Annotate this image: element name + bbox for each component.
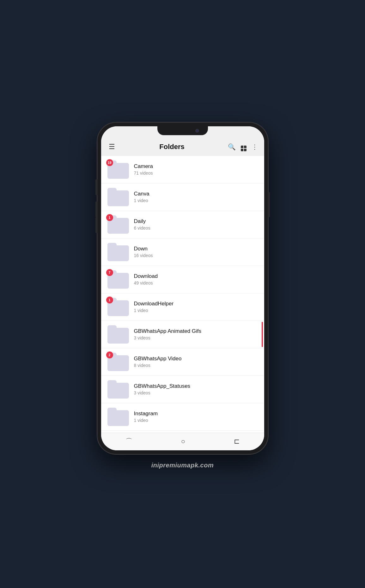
folder-icon-wrap: 19 bbox=[107, 160, 129, 179]
folder-name: Instagram bbox=[134, 411, 258, 417]
folder-list: 19Camera71 videosCanva1 video1Daily6 vid… bbox=[101, 156, 264, 433]
search-icon[interactable]: 🔍 bbox=[228, 143, 236, 151]
folder-shape-icon bbox=[107, 243, 129, 261]
folder-icon-wrap: 7 bbox=[107, 270, 129, 289]
folder-badge: 1 bbox=[106, 297, 113, 303]
folder-name: Camera bbox=[134, 163, 258, 170]
folder-count: 1 video bbox=[134, 308, 258, 313]
folder-badge: 1 bbox=[106, 214, 113, 221]
folder-name: DownloadHelper bbox=[134, 301, 258, 307]
folder-icon-wrap bbox=[107, 188, 129, 206]
folder-count: 71 videos bbox=[134, 171, 258, 176]
folder-icon-wrap bbox=[107, 380, 129, 399]
folder-name: Down bbox=[134, 246, 258, 252]
phone-screen: ☰ Folders 🔍 ⋮ 19Camera71 videosCanva1 vi… bbox=[101, 126, 264, 450]
folder-info: Daily6 videos bbox=[134, 218, 258, 231]
folder-shape-icon bbox=[107, 380, 129, 399]
list-item[interactable]: 1Daily6 videos bbox=[101, 211, 264, 238]
grid-view-icon[interactable] bbox=[241, 142, 246, 151]
folder-icon-wrap: 2 bbox=[107, 353, 129, 371]
folder-info: DownloadHelper1 video bbox=[134, 301, 258, 313]
folder-info: Canva1 video bbox=[134, 191, 258, 203]
folder-count: 3 videos bbox=[134, 335, 258, 340]
folder-info: Camera71 videos bbox=[134, 163, 258, 176]
folder-shape-icon bbox=[107, 188, 129, 206]
recents-button[interactable]: ⊏ bbox=[228, 435, 246, 448]
folder-name: Daily bbox=[134, 218, 258, 225]
folder-info: GBWhatsApp Animated Gifs3 videos bbox=[134, 328, 258, 340]
list-item[interactable]: GBWhatsApp Animated Gifs3 videos bbox=[101, 321, 264, 348]
folder-name: Download bbox=[134, 273, 258, 279]
bottom-navigation: ⌒ ○ ⊏ bbox=[101, 433, 264, 450]
folder-name: GBWhatsApp_Statuses bbox=[134, 383, 258, 389]
folder-info: Download49 videos bbox=[134, 273, 258, 285]
folder-count: 8 videos bbox=[134, 363, 258, 368]
home-button[interactable]: ○ bbox=[175, 435, 192, 448]
camera-dot bbox=[195, 129, 199, 133]
folder-shape-icon bbox=[107, 408, 129, 426]
folder-count: 1 video bbox=[134, 418, 258, 423]
phone-frame: ☰ Folders 🔍 ⋮ 19Camera71 videosCanva1 vi… bbox=[97, 123, 268, 454]
folder-badge: 7 bbox=[106, 269, 113, 276]
list-item[interactable]: GBWhatsApp_Statuses3 videos bbox=[101, 376, 264, 403]
folder-icon-wrap bbox=[107, 243, 129, 261]
folder-badge: 2 bbox=[106, 351, 113, 358]
folder-info: Instagram1 video bbox=[134, 411, 258, 423]
list-item[interactable]: 2GBWhatsApp Video8 videos bbox=[101, 348, 264, 376]
folder-count: 1 video bbox=[134, 198, 258, 203]
list-item[interactable]: Instagram1 video bbox=[101, 403, 264, 431]
folder-icon-wrap bbox=[107, 325, 129, 344]
folder-count: 49 videos bbox=[134, 280, 258, 285]
folder-count: 6 videos bbox=[134, 225, 258, 231]
folder-icon-wrap bbox=[107, 408, 129, 426]
folder-name: GBWhatsApp Animated Gifs bbox=[134, 328, 258, 334]
page-title: Folders bbox=[116, 143, 228, 151]
folder-icon-wrap: 1 bbox=[107, 215, 129, 234]
folder-info: Down16 videos bbox=[134, 246, 258, 258]
list-item[interactable]: 19Camera71 videos bbox=[101, 156, 264, 183]
folder-info: GBWhatsApp_Statuses3 videos bbox=[134, 383, 258, 395]
list-item[interactable]: 1DownloadHelper1 video bbox=[101, 293, 264, 321]
folder-count: 16 videos bbox=[134, 253, 258, 258]
menu-icon[interactable]: ☰ bbox=[107, 141, 116, 152]
more-options-icon[interactable]: ⋮ bbox=[252, 143, 258, 151]
folder-name: GBWhatsApp Video bbox=[134, 356, 258, 362]
list-item[interactable]: Canva1 video bbox=[101, 183, 264, 211]
folder-name: Canva bbox=[134, 191, 258, 197]
header-actions: 🔍 ⋮ bbox=[228, 142, 258, 151]
folder-shape-icon bbox=[107, 325, 129, 344]
watermark-text: inipremiumapk.com bbox=[151, 462, 214, 469]
folder-icon-wrap: 1 bbox=[107, 298, 129, 316]
folder-info: GBWhatsApp Video8 videos bbox=[134, 356, 258, 368]
folder-badge: 19 bbox=[106, 159, 113, 166]
list-item[interactable]: 7Download49 videos bbox=[101, 266, 264, 293]
notch bbox=[157, 126, 208, 135]
scroll-indicator bbox=[262, 322, 263, 347]
folder-count: 3 videos bbox=[134, 390, 258, 395]
list-item[interactable]: Down16 videos bbox=[101, 238, 264, 266]
back-button[interactable]: ⌒ bbox=[119, 434, 139, 449]
